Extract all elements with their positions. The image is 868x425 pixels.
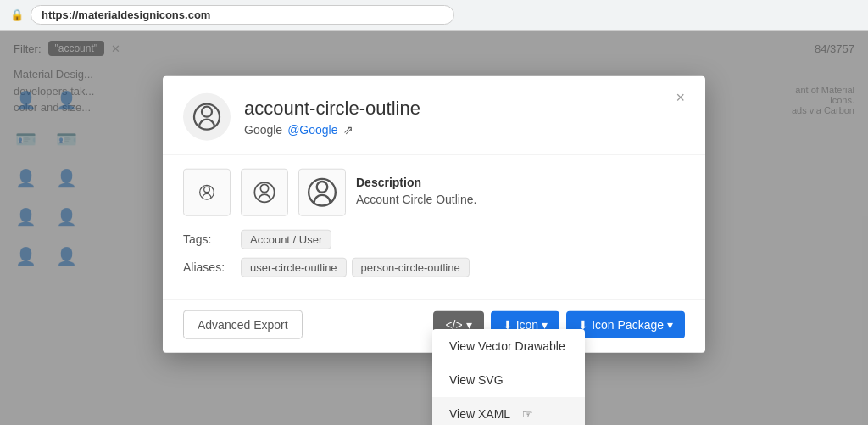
icon-subtitle: Google @Google ⇗ [244,122,420,136]
tags-label: Tags: [183,229,234,245]
description-text: Account Circle Outline. [356,192,685,205]
modal-body: Description Account Circle Outline. Tags… [163,154,705,299]
icon-detail-modal: account-circle-outline Google @Google ⇗ … [163,75,705,352]
dropdown-item-label: View XAML [449,407,510,421]
code-dropdown-menu: View Vector Drawable View SVG View XAML … [432,329,585,425]
tags-row: Tags: Account / User [183,229,685,249]
alias-chip-person-circle[interactable]: person-circle-outline [352,257,470,277]
aliases-chips: user-circle-outline person-circle-outlin… [241,257,470,277]
dropdown-item-vector-drawable[interactable]: View Vector Drawable [432,329,585,363]
dropdown-item-xaml[interactable]: View XAML ☞ [432,397,585,425]
modal-close-button[interactable]: × [669,86,692,108]
aliases-label: Aliases: [183,257,234,273]
preview-icon-small [183,168,231,215]
svg-point-6 [317,182,328,193]
main-area: Filter: "account" ✕ 84/3757 Material Des… [0,31,868,425]
alias-chip-user-circle[interactable]: user-circle-outline [241,257,347,277]
package-dropdown-arrow: ▾ [667,317,673,331]
icon-package-label: Icon Package [592,317,664,331]
description-box: Description Account Circle Outline. [356,168,685,212]
advanced-export-button[interactable]: Advanced Export [183,310,303,338]
icon-author: Google [244,122,282,136]
lock-icon: 🔒 [10,8,24,21]
url-domain: materialdesignicons [78,8,185,21]
cursor-hand-icon: ☞ [522,407,533,421]
tags-chips: Account / User [241,229,331,249]
dropdown-item-svg[interactable]: View SVG [432,363,585,397]
dropdown-item-label: View SVG [449,373,504,387]
svg-point-0 [202,106,212,116]
svg-point-2 [204,187,210,193]
svg-point-4 [260,184,268,192]
icon-preview-row: Description Account Circle Outline. [183,168,685,215]
browser-bar: 🔒 https://materialdesignicons.com [0,0,868,31]
url-prefix: https:// [42,8,78,21]
modal-preview-icon [183,92,231,140]
external-link-icon: ⇗ [343,122,353,136]
icon-title: account-circle-outline [244,97,420,119]
preview-icon-large [298,168,346,215]
preview-icon-medium [241,168,288,215]
modal-title-area: account-circle-outline Google @Google ⇗ [244,97,420,136]
tag-chip-account-user[interactable]: Account / User [241,229,331,249]
address-bar[interactable]: https://materialdesignicons.com [31,5,454,25]
url-suffix: .com [185,8,210,21]
description-heading: Description [356,175,685,188]
author-link[interactable]: @Google [287,122,337,136]
dropdown-item-label: View Vector Drawable [449,339,565,353]
modal-header: account-circle-outline Google @Google ⇗ … [163,75,705,154]
aliases-row: Aliases: user-circle-outline person-circ… [183,257,685,277]
